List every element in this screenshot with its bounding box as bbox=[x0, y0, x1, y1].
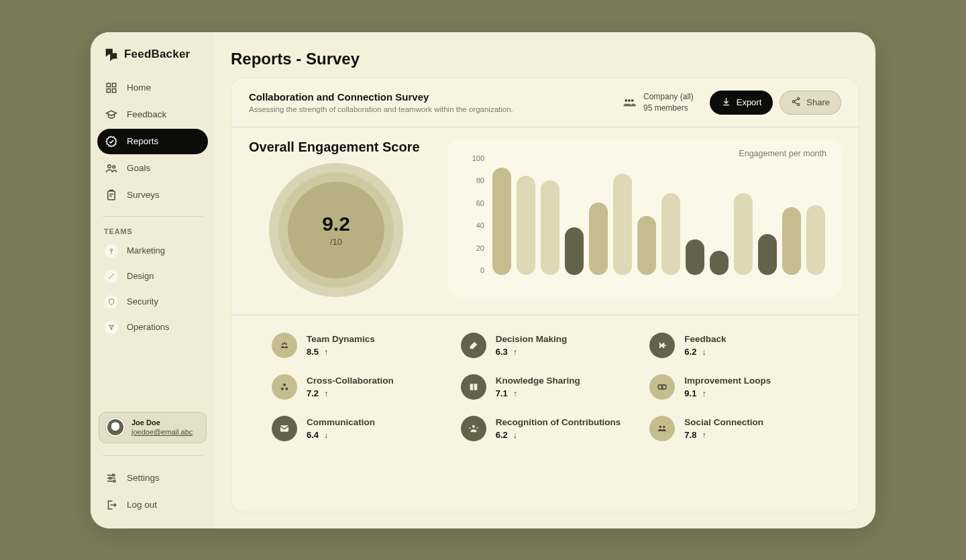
export-label: Export bbox=[737, 97, 762, 107]
operations-icon bbox=[104, 320, 119, 335]
nav-feedback[interactable]: Feedback bbox=[97, 102, 208, 127]
svg-point-4 bbox=[108, 164, 111, 168]
metric-text: Knowledge Sharing7.1↑ bbox=[496, 376, 580, 398]
people-icon bbox=[105, 162, 117, 174]
metric-text: Recognition of Contributions6.2↓ bbox=[496, 417, 621, 440]
team-label: Design bbox=[127, 271, 154, 281]
metric-text: Feedback6.2↓ bbox=[684, 334, 726, 357]
svg-point-14 bbox=[625, 99, 627, 101]
y-tick: 80 bbox=[462, 176, 484, 184]
metric-card[interactable]: Knowledge Sharing7.1↑ bbox=[461, 374, 643, 400]
trend-up-icon: ↑ bbox=[324, 347, 329, 357]
chart-bar bbox=[710, 251, 729, 274]
svg-point-25 bbox=[283, 383, 286, 386]
export-button[interactable]: Export bbox=[710, 91, 773, 115]
team-security[interactable]: Security bbox=[91, 289, 215, 315]
svg-point-5 bbox=[113, 165, 115, 168]
share-button[interactable]: Share bbox=[780, 91, 841, 115]
logout-icon bbox=[105, 499, 117, 511]
metric-text: Communication6.4↓ bbox=[307, 417, 375, 440]
brand: FeedBacker bbox=[91, 47, 215, 71]
metric-icon bbox=[649, 416, 675, 441]
y-tick: 60 bbox=[462, 199, 484, 207]
trend-up-icon: ↑ bbox=[324, 388, 329, 398]
metric-name: Team Dynamics bbox=[307, 334, 375, 344]
team-operations[interactable]: Operations bbox=[91, 315, 215, 340]
metric-icon bbox=[272, 333, 297, 358]
nav-logout[interactable]: Log out bbox=[97, 492, 208, 518]
metric-card[interactable]: Feedback6.2↓ bbox=[649, 333, 832, 358]
metric-name: Knowledge Sharing bbox=[496, 376, 580, 386]
team-marketing[interactable]: Marketing bbox=[91, 238, 215, 264]
metric-card[interactable]: Team Dynamics8.5↑ bbox=[272, 333, 454, 358]
metric-value: 7.2↑ bbox=[307, 388, 394, 398]
svg-point-13 bbox=[113, 480, 115, 482]
security-icon bbox=[104, 294, 119, 309]
share-label: Share bbox=[806, 97, 830, 107]
chart-bar bbox=[517, 176, 535, 274]
metric-card[interactable]: Communication6.4↓ bbox=[272, 416, 454, 441]
chart-bars bbox=[490, 154, 828, 275]
nav-goals[interactable]: Goals bbox=[97, 156, 208, 181]
survey-title: Collaboration and Connection Survey bbox=[249, 91, 606, 103]
svg-point-31 bbox=[663, 425, 665, 427]
chart-bar bbox=[637, 216, 656, 275]
share-icon bbox=[791, 97, 801, 109]
trend-down-icon: ↓ bbox=[513, 430, 518, 440]
nav-reports[interactable]: Reports bbox=[97, 129, 208, 154]
svg-point-21 bbox=[285, 343, 287, 345]
svg-rect-2 bbox=[107, 89, 110, 92]
nav-surveys[interactable]: Surveys bbox=[97, 182, 208, 208]
metric-card[interactable]: Cross-Collaboration7.2↑ bbox=[272, 374, 454, 400]
score-donut: 9.2 /10 bbox=[269, 163, 403, 297]
svg-point-16 bbox=[631, 99, 634, 101]
svg-point-9 bbox=[113, 325, 114, 326]
svg-point-29 bbox=[472, 425, 475, 427]
metric-card[interactable]: Recognition of Contributions6.2↓ bbox=[461, 416, 643, 441]
nav-settings[interactable]: Settings bbox=[97, 465, 208, 491]
company-scope: Company (all) 95 members bbox=[622, 91, 694, 113]
metric-card[interactable]: Social Connection7.8↑ bbox=[649, 416, 832, 441]
chart-bar bbox=[589, 203, 608, 274]
svg-point-30 bbox=[659, 425, 661, 427]
svg-rect-6 bbox=[108, 191, 115, 200]
chart-bar bbox=[565, 227, 584, 274]
people-group-icon bbox=[622, 97, 637, 108]
nav-label: Home bbox=[127, 82, 151, 93]
chart-bar bbox=[782, 207, 801, 275]
chart-bar bbox=[758, 234, 777, 275]
metric-value: 6.2↓ bbox=[684, 347, 726, 357]
svg-rect-1 bbox=[113, 83, 116, 87]
metric-text: Decision Making6.3↑ bbox=[496, 334, 568, 357]
metric-card[interactable]: Decision Making6.3↑ bbox=[461, 333, 643, 358]
metric-icon bbox=[649, 333, 675, 358]
svg-point-15 bbox=[628, 99, 631, 101]
company-scope-label: Company (all) bbox=[643, 91, 694, 102]
trend-up-icon: ↑ bbox=[702, 430, 706, 440]
team-label: Security bbox=[127, 296, 158, 306]
report-panel: Collaboration and Connection Survey Asse… bbox=[231, 78, 859, 512]
metric-icon bbox=[461, 416, 486, 441]
header-actions: Export Share bbox=[710, 91, 841, 115]
chart-y-axis: 100 80 60 40 20 0 bbox=[462, 154, 490, 275]
nav-label: Settings bbox=[127, 473, 160, 483]
svg-point-12 bbox=[109, 477, 111, 479]
y-tick: 40 bbox=[462, 221, 484, 229]
metric-card[interactable]: Improvement Loops9.1↑ bbox=[649, 374, 832, 400]
team-design[interactable]: Design bbox=[91, 264, 215, 289]
download-icon bbox=[721, 97, 731, 109]
nav-home[interactable]: Home bbox=[97, 75, 208, 101]
metric-name: Improvement Loops bbox=[684, 376, 771, 386]
metric-value: 9.1↑ bbox=[684, 388, 771, 398]
metric-text: Social Connection7.8↑ bbox=[684, 417, 763, 440]
main: Reports - Survey Collaboration and Conne… bbox=[215, 32, 875, 528]
panel-header: Collaboration and Connection Survey Asse… bbox=[231, 78, 859, 127]
metric-icon bbox=[272, 374, 297, 400]
profile-card[interactable]: Joe Doe joedoe@email.abc bbox=[99, 412, 207, 443]
profile-text: Joe Doe joedoe@email.abc bbox=[131, 418, 193, 437]
page-title: Reports - Survey bbox=[231, 50, 875, 78]
nav-label: Surveys bbox=[127, 190, 160, 200]
nav-label: Feedback bbox=[127, 109, 166, 119]
metric-name: Social Connection bbox=[684, 417, 763, 427]
survey-head: Collaboration and Connection Survey Asse… bbox=[249, 91, 606, 113]
